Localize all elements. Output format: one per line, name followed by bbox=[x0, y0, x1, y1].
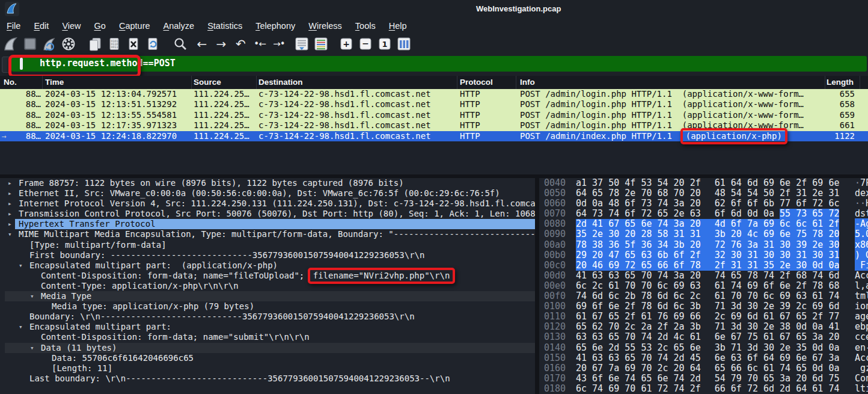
hex-byte[interactable]: 6c bbox=[780, 219, 796, 229]
hex-byte[interactable]: 63 bbox=[592, 332, 608, 342]
hex-byte[interactable]: 4c bbox=[747, 229, 763, 239]
ascii-char[interactable]: o bbox=[860, 373, 866, 384]
hex-byte[interactable]: 6f bbox=[763, 281, 780, 291]
hex-byte[interactable]: 6d bbox=[747, 178, 763, 188]
hex-byte[interactable]: 68 bbox=[828, 281, 839, 291]
hex-byte[interactable]: 6e bbox=[592, 343, 608, 353]
detail-row[interactable]: Data: 55706c6f61642046696c65 bbox=[0, 353, 535, 363]
hex-byte[interactable]: 38 bbox=[780, 322, 796, 332]
hex-byte[interactable]: 6f bbox=[625, 199, 641, 209]
column-separator[interactable] bbox=[825, 76, 825, 89]
hex-byte[interactable]: 61 bbox=[812, 219, 828, 229]
hex-byte[interactable]: 69 bbox=[608, 384, 625, 394]
column-header-source[interactable]: Source bbox=[194, 78, 221, 87]
hex-byte[interactable]: 50 bbox=[608, 178, 625, 188]
hex-byte[interactable]: 3b bbox=[674, 240, 690, 250]
ascii-char[interactable]: p bbox=[866, 321, 868, 332]
hex-byte[interactable]: 6c bbox=[763, 291, 780, 301]
hex-byte[interactable]: 31 bbox=[828, 250, 839, 260]
hex-byte[interactable]: 77 bbox=[828, 312, 839, 322]
hex-byte[interactable]: 65 bbox=[796, 312, 812, 322]
hex-byte[interactable]: 6b bbox=[763, 199, 780, 209]
hex-byte[interactable]: 20 bbox=[731, 229, 747, 239]
hex-byte[interactable]: 31 bbox=[731, 260, 747, 271]
column-separator[interactable] bbox=[42, 76, 43, 89]
save-file-icon[interactable]: 010101100011 bbox=[106, 35, 123, 52]
hex-byte[interactable]: 3a bbox=[674, 199, 690, 209]
hex-byte[interactable]: 61 bbox=[763, 363, 780, 374]
hex-byte[interactable]: 2f bbox=[625, 301, 641, 312]
hex-byte[interactable]: 69 bbox=[731, 312, 747, 322]
column-header-time[interactable]: Time bbox=[45, 78, 64, 87]
hex-byte[interactable]: 6d bbox=[657, 301, 673, 312]
hex-byte[interactable]: 75 bbox=[747, 332, 763, 342]
hex-byte[interactable]: 74 bbox=[657, 199, 673, 209]
vertical-splitter[interactable] bbox=[535, 178, 539, 394]
ascii-char[interactable]: o bbox=[860, 301, 866, 312]
ascii-char[interactable]: · bbox=[860, 198, 866, 209]
hex-byte[interactable]: 63 bbox=[608, 271, 625, 281]
hex-byte[interactable]: 68 bbox=[796, 271, 812, 281]
hex-byte[interactable]: 30 bbox=[763, 250, 780, 260]
hex-byte[interactable]: 3a bbox=[828, 353, 839, 363]
previous-packet-icon[interactable]: •← bbox=[251, 35, 268, 52]
hex-byte[interactable]: 78 bbox=[641, 301, 657, 312]
ascii-char[interactable]: 6 bbox=[866, 239, 868, 250]
hex-byte[interactable]: 72 bbox=[812, 199, 828, 209]
hex-byte[interactable]: 61 bbox=[576, 312, 592, 322]
hex-byte[interactable]: 63 bbox=[576, 332, 592, 342]
hex-byte[interactable]: 74 bbox=[715, 271, 731, 281]
hex-byte[interactable]: 2f bbox=[796, 178, 812, 188]
hex-byte[interactable]: 28 bbox=[641, 229, 657, 239]
hex-byte[interactable]: 63 bbox=[796, 291, 812, 301]
hex-byte[interactable]: 62 bbox=[715, 199, 731, 209]
hex-byte[interactable]: 2f bbox=[828, 219, 839, 229]
menu-edit[interactable]: Edit bbox=[27, 20, 55, 32]
hex-byte[interactable]: 63 bbox=[608, 353, 625, 363]
hex-byte[interactable]: 6e bbox=[690, 343, 715, 353]
hex-byte[interactable]: 2c bbox=[690, 291, 715, 301]
detail-row[interactable]: ▸Hypertext Transfer Protocol bbox=[0, 219, 535, 229]
ascii-char[interactable]: A bbox=[860, 218, 866, 229]
hex-row[interactable]: 00600d 0a 48 6f 73 74 3a 2062 6f 6f 6b 7… bbox=[539, 199, 868, 209]
hex-byte[interactable]: 0a bbox=[828, 343, 839, 353]
hex-byte[interactable]: 63 bbox=[731, 353, 747, 363]
hex-byte[interactable]: 20 bbox=[796, 374, 812, 384]
hex-byte[interactable]: 3d bbox=[747, 343, 763, 353]
ascii-char[interactable]: H bbox=[866, 198, 868, 209]
hex-byte[interactable]: 67 bbox=[608, 219, 625, 229]
hex-byte[interactable]: 6d bbox=[828, 271, 839, 281]
ascii-char[interactable]: A bbox=[855, 270, 860, 281]
hex-byte[interactable]: 71 bbox=[715, 301, 731, 312]
detail-row[interactable]: Boundary: \r\n--------------------------… bbox=[0, 312, 535, 322]
hex-byte[interactable]: 0a bbox=[592, 199, 608, 209]
menu-wireless[interactable]: Wireless bbox=[302, 20, 349, 32]
ascii-char[interactable]: t bbox=[855, 291, 860, 301]
hex-byte[interactable]: 2e bbox=[812, 240, 828, 250]
hex-byte[interactable]: 5f bbox=[625, 240, 641, 250]
hex-byte[interactable]: 65 bbox=[641, 374, 657, 384]
packet-row[interactable]: →88…2024-03-15 12:24:18.822970111.224.25… bbox=[0, 131, 868, 141]
detail-row[interactable]: [Length: 11] bbox=[0, 363, 535, 374]
hex-byte[interactable]: 0d bbox=[812, 363, 828, 374]
hex-byte[interactable]: 6f bbox=[796, 199, 812, 209]
hex-byte[interactable]: 39 bbox=[796, 240, 812, 250]
hex-byte[interactable]: 70 bbox=[641, 353, 657, 363]
hex-byte[interactable]: 6c bbox=[828, 199, 839, 209]
hex-byte[interactable]: 37 bbox=[592, 178, 608, 188]
hex-byte[interactable]: 63 bbox=[690, 209, 715, 219]
hex-byte[interactable]: 69 bbox=[763, 229, 780, 239]
hex-byte[interactable]: 62 bbox=[592, 322, 608, 332]
hex-byte[interactable]: 31 bbox=[674, 229, 690, 239]
hex-byte[interactable]: 6e bbox=[780, 229, 796, 239]
hex-byte[interactable]: 68 bbox=[657, 188, 673, 199]
hex-byte[interactable]: 70 bbox=[747, 291, 763, 301]
hex-byte[interactable]: 50 bbox=[763, 188, 780, 199]
hex-byte[interactable]: 2a bbox=[641, 322, 657, 332]
ascii-char[interactable] bbox=[855, 363, 860, 374]
hex-row[interactable]: 00f074 6d 6c 2b 78 6d 6c 2c61 70 70 6c 6… bbox=[539, 291, 868, 301]
hex-byte[interactable]: 74 bbox=[576, 291, 592, 301]
column-header-no[interactable]: No. bbox=[4, 78, 17, 87]
hex-byte[interactable]: 66 bbox=[657, 260, 673, 271]
ascii-char[interactable] bbox=[855, 260, 860, 271]
